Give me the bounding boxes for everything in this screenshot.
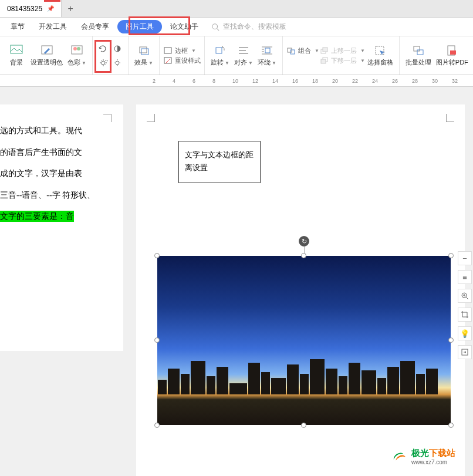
border-icon	[163, 46, 173, 55]
layer-up-button[interactable]: 上移一层▼	[319, 46, 365, 55]
group-button[interactable]: 组合▼	[286, 46, 319, 55]
rotate-icon	[213, 44, 227, 57]
export-button[interactable]	[458, 345, 472, 359]
svg-rect-42	[321, 59, 326, 63]
svg-rect-28	[216, 48, 222, 53]
svg-point-18	[116, 61, 119, 65]
rotate-button[interactable]: 旋转▼	[208, 43, 232, 68]
zoom-icon	[461, 292, 469, 300]
rotate-reset-icon[interactable]	[96, 42, 110, 55]
watermark: 极光下载站 www.xz7.com	[391, 448, 455, 465]
svg-text:+: +	[106, 59, 108, 62]
group-icon	[286, 47, 296, 55]
select-pane-button[interactable]: 选择窗格	[365, 43, 396, 68]
pin-icon[interactable]: 📌	[47, 5, 54, 12]
svg-line-14	[101, 65, 102, 65]
logo-icon	[391, 448, 408, 465]
ruler-mark: 2	[153, 78, 173, 84]
ruler-mark: 16	[292, 78, 312, 84]
skyline-decoration	[157, 357, 451, 394]
border-button[interactable]: 边框▼	[163, 46, 201, 55]
page-right: 文字与文本边框的距离设置 ↻	[136, 104, 465, 476]
resize-handle-tr[interactable]	[448, 253, 454, 258]
menu-picture-tools[interactable]: 图片工具	[117, 20, 162, 33]
svg-line-15	[105, 60, 106, 61]
tab-active-indicator	[44, 0, 60, 2]
resize-handle-mr[interactable]	[448, 337, 454, 343]
pdf-icon	[445, 44, 459, 57]
batch-process-button[interactable]: 批量处理	[403, 43, 434, 68]
document-area: 远的方式和工具。现代 的语言后产生书面的文 成的文字，汉字是由表 三音--语音、…	[0, 87, 473, 474]
crop-button[interactable]	[458, 308, 472, 322]
ruler-mark: 30	[432, 78, 452, 84]
zoom-button[interactable]	[458, 289, 472, 303]
menu-bar: 章节 开发工具 会员专享 图片工具 论文助手 查找命令、搜索模板	[0, 18, 473, 36]
resize-handle-br[interactable]	[448, 423, 454, 428]
reset-icon	[163, 56, 173, 65]
svg-rect-32	[265, 48, 270, 53]
text-box[interactable]: 文字与文本边框的距离设置	[178, 141, 261, 183]
menu-chapter[interactable]: 章节	[5, 19, 31, 34]
watermark-name: 极光下载站	[411, 448, 455, 459]
text-line: 文字的三要素是：音	[0, 209, 115, 225]
ruler-mark: 10	[232, 78, 252, 84]
resize-handle-mt[interactable]	[301, 253, 306, 258]
transparent-color-button[interactable]: 设置透明色	[28, 43, 65, 68]
page-left: 远的方式和工具。现代 的语言后产生书面的文 成的文字，汉字是由表 三音--语音、…	[0, 104, 123, 351]
resize-handle-mb[interactable]	[301, 423, 306, 428]
document-tabs-bar: 081435325 📌 +	[0, 0, 473, 18]
reset-style-button[interactable]: 重设样式	[163, 56, 201, 65]
ruler-mark: 4	[173, 78, 192, 84]
batch-icon	[411, 44, 425, 57]
ruler-mark: 14	[272, 78, 292, 84]
svg-rect-25	[164, 48, 171, 53]
ruler-mark: 6	[192, 78, 212, 84]
effects-button[interactable]: 效果▼	[132, 43, 156, 68]
ruler-mark: 18	[312, 78, 332, 84]
layer-down-icon	[319, 56, 329, 65]
text-line: 远的方式和工具。现代	[0, 123, 115, 139]
collapse-button[interactable]: −	[458, 251, 472, 265]
menu-paper-helper[interactable]: 论文助手	[164, 19, 204, 34]
svg-line-27	[165, 59, 170, 63]
ribbon-toolbar: 背景 设置透明色 色彩▼ + 效果▼ 边框▼ 重设样式	[0, 36, 473, 75]
menu-member[interactable]: 会员专享	[75, 19, 115, 34]
svg-rect-4	[72, 46, 82, 54]
svg-point-0	[212, 23, 218, 29]
image-to-pdf-button[interactable]: 图片转PDF	[434, 43, 471, 68]
contrast-icon[interactable]	[110, 42, 124, 55]
search-icon	[211, 23, 219, 31]
brightness-increase-button[interactable]: +	[96, 56, 110, 69]
rotate-handle[interactable]: ↻	[299, 236, 309, 247]
selected-image[interactable]: ↻	[157, 256, 451, 425]
background-button[interactable]: 背景	[5, 43, 28, 68]
menu-devtools[interactable]: 开发工具	[33, 19, 73, 34]
svg-rect-2	[11, 45, 22, 53]
resize-handle-bl[interactable]	[154, 423, 160, 428]
export-icon	[461, 348, 469, 356]
tab-title: 081435325	[7, 5, 42, 13]
brightness-decrease-button[interactable]	[110, 56, 124, 69]
layer-down-button[interactable]: 下移一层▼	[319, 56, 365, 65]
resize-handle-tl[interactable]	[154, 253, 160, 258]
outline-button[interactable]: ≡	[458, 270, 472, 284]
image-content	[157, 256, 451, 425]
color-button[interactable]: 色彩▼	[65, 43, 89, 68]
ruler-mark: 20	[332, 78, 352, 84]
select-pane-icon	[373, 44, 387, 57]
side-panel: − ≡ 💡	[458, 251, 473, 359]
wrap-button[interactable]: 环绕▼	[255, 43, 279, 68]
ruler-mark: 12	[252, 78, 272, 84]
wrap-icon	[260, 44, 274, 57]
align-button[interactable]: 对齐▼	[232, 43, 255, 68]
resize-handle-ml[interactable]	[154, 337, 160, 343]
document-tab[interactable]: 081435325 📌	[0, 0, 62, 17]
idea-button[interactable]: 💡	[458, 326, 472, 340]
crop-icon	[461, 310, 469, 319]
effects-icon	[137, 44, 151, 57]
add-tab-button[interactable]: +	[62, 4, 79, 14]
svg-line-1	[217, 28, 219, 31]
search-box[interactable]: 查找命令、搜索模板	[211, 22, 286, 32]
watermark-url: www.xz7.com	[411, 459, 455, 465]
svg-rect-24	[141, 49, 148, 55]
